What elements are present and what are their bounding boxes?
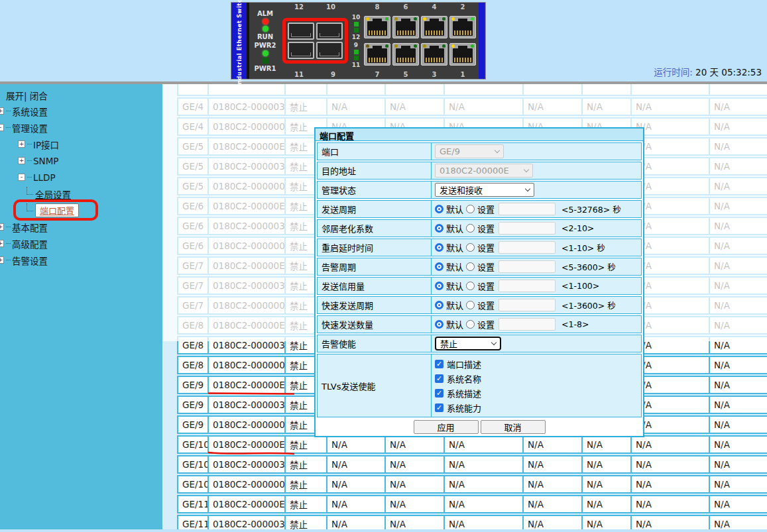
aging-coeff-row: 邻居老化系数默认设置<2-10> [317,219,642,237]
field-label: 目的地址 [318,162,432,179]
na-cell: N/A [583,476,632,492]
chevron-down-icon [495,148,500,153]
status-cell: 禁止 [286,496,327,512]
port-led-left [366,44,369,48]
restart-delay-row: 重启延时时间默认设置<1-10> 秒 [317,239,642,256]
expand-plus-icon[interactable]: + [0,107,4,115]
sidebar-item-高级配置[interactable]: +高级配置 [0,235,162,252]
collapse-minus-icon[interactable]: - [18,174,25,181]
dialog-fields: 端口GE/9目的地址0180C2-00000E管理状态发送和接收发送周期默认设置… [316,142,643,417]
body: 展开| 闭合 +系统设置-管理设置+IP接口+SNMP-LLDP全局设置端口配置… [0,81,767,529]
checkbox-option[interactable]: ✓系统名称 [435,372,481,385]
fast-tx-count-default-radio[interactable] [435,320,443,329]
checked-checkbox[interactable]: ✓ [435,403,443,412]
port-led-left [394,44,398,48]
apply-button[interactable]: 应用 [414,420,479,434]
tx-credit-set-radio[interactable] [466,282,475,290]
na-cell: N/A [327,496,386,512]
alarm-period-set-radio[interactable] [466,262,475,271]
port-cell: GE/10 [178,456,209,472]
port-config-dialog: 端口配置 端口GE/9目的地址0180C2-00000E管理状态发送和接收发送周… [314,127,644,437]
sidebar-item-端口配置[interactable]: 端口配置 [0,202,162,219]
checked-checkbox[interactable]: ✓ [435,374,443,383]
table-row: GE/110180C2-00000E禁止N/AN/AN/AN/AN/AN/AN/… [177,495,767,513]
na-cell: N/A [524,496,583,512]
port-number: 6 [392,3,419,11]
na-cell: N/A [445,476,524,492]
checked-checkbox[interactable]: ✓ [435,389,443,398]
indicator-led [354,50,359,54]
expand-plus-icon[interactable]: + [18,140,25,148]
alarm-period-default-radio[interactable] [435,262,443,271]
field-value: GE/9 [432,143,641,160]
sidebar-item-SNMP[interactable]: +SNMP [0,152,162,169]
port-led-left [394,17,398,21]
device-port-indicators: 1012911 [349,3,363,79]
expand-collapse-links[interactable]: 展开| 闭合 [0,88,162,103]
restart-delay-input [499,241,556,254]
port-led-right [442,44,445,48]
admin-status-row: 管理状态发送和接收 [317,181,642,199]
port-led-right [385,44,388,48]
checkbox-option[interactable]: ✓端口描述 [435,357,481,370]
field-label: 重启延时时间 [318,239,432,256]
tx-credit-default-radio[interactable] [435,282,443,290]
admin-status-select[interactable]: 发送和接收 [435,183,534,197]
range-hint: <1-100> [561,281,599,291]
cancel-button[interactable]: 取消 [481,420,546,434]
sidebar-item-IP接口[interactable]: +IP接口 [0,136,162,152]
select-value: GE/9 [440,146,460,156]
collapse-minus-icon[interactable]: - [0,124,4,131]
port-number: 7 [364,71,390,78]
header-bar: Industrial Ethernet Switch ALMRUNPWR2PWR… [0,0,767,81]
aging-coeff-input [499,222,556,235]
alarm-enable-select[interactable]: 禁止 [435,337,501,350]
radio-label: 设置 [477,241,495,254]
port-led-right [414,17,417,21]
fast-tx-count-set-radio[interactable] [466,320,475,329]
status-cell: 禁止 [286,456,327,472]
expand-plus-icon[interactable]: + [18,157,25,164]
sidebar-item-告警设置[interactable]: +告警设置 [0,252,162,268]
checkbox-option[interactable]: ✓系统描述 [435,386,481,399]
switch-panel-image: Industrial Ethernet Switch ALMRUNPWR2PWR… [231,2,486,80]
checked-checkbox[interactable]: ✓ [435,360,443,368]
radio-label: 默认 [446,241,463,254]
indicator-label: 9 [354,42,358,48]
tx-period-set-radio[interactable] [466,205,475,213]
port-jack [424,48,444,63]
tree-elbow-connector [27,187,33,195]
port-cell: GE/10 [178,437,209,452]
sidebar-item-基本配置[interactable]: +基本配置 [0,219,162,235]
na-cell: N/A [583,516,632,529]
sidebar-item-label: 全局设置 [35,187,71,201]
sidebar-item-系统设置[interactable]: +系统设置 [0,103,162,119]
port-led-left [423,17,426,21]
checkbox-option[interactable]: ✓系统能力 [435,401,481,414]
port-led-left [451,17,455,21]
expand-plus-icon[interactable]: + [0,256,4,264]
na-cell: N/A [583,456,632,472]
led-label-pwr1: PWR1 [254,65,276,72]
field-label: TLVs发送使能 [318,354,432,417]
expand-plus-icon[interactable]: + [0,240,4,247]
red-underline-annotation [207,451,295,456]
sidebar-item-管理设置[interactable]: -管理设置 [0,119,162,136]
na-cell: N/A [327,476,386,492]
na-cell: N/A [445,516,524,529]
sidebar-item-label: SNMP [33,156,58,166]
restart-delay-set-radio[interactable] [466,243,475,252]
fast-tx-period-default-radio[interactable] [435,301,443,309]
port-cell: GE/11 [178,516,209,529]
aging-coeff-default-radio[interactable] [435,224,443,233]
checkbox-label: 系统名称 [447,372,481,385]
ethernet-port [421,43,447,66]
restart-delay-default-radio[interactable] [435,243,443,252]
sidebar-item-LLDP[interactable]: -LLDP [0,169,162,186]
fast-tx-period-set-radio[interactable] [466,301,475,309]
aging-coeff-set-radio[interactable] [466,224,475,233]
tx-period-default-radio[interactable] [435,205,443,213]
expand-plus-icon[interactable]: + [0,223,4,231]
port-cell: GE/9 [178,397,209,413]
sidebar-item-全局设置[interactable]: 全局设置 [0,186,162,202]
